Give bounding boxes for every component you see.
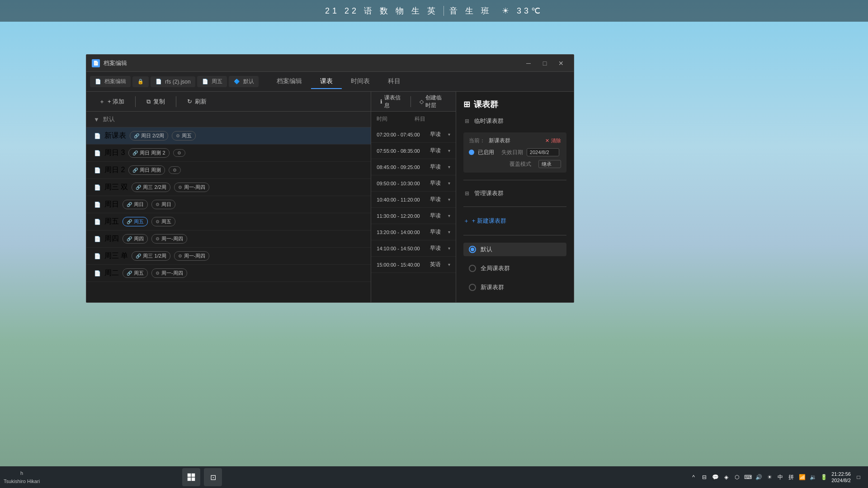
tab-schedule[interactable]: 课表 [311,75,342,89]
list-item[interactable]: 📄 周二 🔗 周五 ⚙ 周一-周四 [86,265,371,282]
radio-default[interactable]: 默认 [463,243,566,256]
item-tag-link[interactable]: 🔗 周日 周测 2 [128,148,169,158]
item-tag-gear[interactable]: ⚙ 周一-周四 [151,268,187,278]
list-item[interactable]: 📄 周三 双 🔗 周三 2/2周 ⚙ 周一-周四 [86,179,371,196]
collapse-icon[interactable]: ▼ [94,116,99,123]
course-group-panel: ⊞ 课表群 ⊞ 临时课表群 当前： 新课表群 ✕ 清除 [456,92,574,302]
tray-app2[interactable]: ◈ [722,473,730,481]
file-tab-lock[interactable]: 🔒 [132,76,149,87]
tag-label: 周五 [182,132,192,139]
time-value: 14:10:00 - 14:50:00 [377,246,426,251]
tab-archive[interactable]: 档案编辑 [268,75,311,89]
item-tag-link[interactable]: 🔗 周日 [123,200,148,209]
mode-select[interactable]: 继承 覆盖 [538,160,561,168]
radio-global[interactable]: 全局课表群 [463,262,566,275]
copy-button[interactable]: ⧉ 复制 [141,95,170,108]
item-tag-gear[interactable]: ⚙ 周五 [151,217,175,226]
item-tag-link[interactable]: 🔗 周日 2/2周 [130,131,168,141]
item-tag-link[interactable]: 🔗 周四 [123,234,148,244]
dropdown-icon[interactable]: ▾ [448,262,450,267]
status-dot [469,150,474,155]
tray-wechat[interactable]: 💬 [711,473,719,481]
schedule-row[interactable]: 11:30:00 - 12:20:00 早读 ▾ [371,208,455,224]
dropdown-icon[interactable]: ▾ [448,164,450,169]
refresh-button[interactable]: ↻ 刷新 [182,95,212,108]
tray-ime-zh[interactable]: 中 [776,473,784,481]
time-header: 时间 [377,115,387,123]
clear-button[interactable]: ✕ 清除 [545,137,561,144]
dropdown-icon[interactable]: ▾ [448,213,450,218]
schedule-row[interactable]: 07:20:00 - 07:45:00 早读 ▾ [371,127,455,143]
tray-network[interactable]: ⊟ [700,473,708,481]
radio-new[interactable]: 新课表群 [463,281,566,294]
item-tag-gear[interactable]: ⚙ [169,166,181,174]
list-item[interactable]: 📄 周日 🔗 周日 ⚙ 周日 [86,196,371,213]
schedule-row[interactable]: 10:40:00 - 11:20:00 早读 ▾ [371,192,455,208]
file-tab-archive[interactable]: 📄 档案编辑 [90,76,131,87]
item-tag-gear[interactable]: ⚙ 周一-周四 [174,183,210,192]
tray-battery[interactable]: 🔋 [820,473,828,481]
list-item[interactable]: 📄 周日 2 🔗 周日 周测 ⚙ [86,162,371,179]
tab-timetable[interactable]: 时间表 [342,75,379,89]
minimize-button[interactable]: ─ [521,58,536,69]
svg-rect-2 [188,478,191,481]
item-tag-gear[interactable]: ⚙ [173,149,185,157]
create-temp-button[interactable]: ◇ 创建临时层 [416,92,450,111]
item-tag-link-highlighted[interactable]: 🔗 周五 [123,217,148,226]
schedule-row[interactable]: 13:20:00 - 14:00:00 早读 ▾ [371,224,455,240]
dropdown-icon[interactable]: ▾ [448,246,450,251]
tray-app3[interactable]: ⬡ [733,473,741,481]
file-tab-zhou5[interactable]: 📄 周五 [197,76,227,87]
item-tag-link[interactable]: 🔗 周三 2/2周 [132,183,170,192]
item-tag-gear[interactable]: ⚙ 周五 [172,131,196,141]
dropdown-icon[interactable]: ▾ [448,230,450,235]
file-tab-default[interactable]: 🔷 默认 [229,76,259,87]
schedule-row[interactable]: 08:45:00 - 09:25:00 早读 ▾ [371,159,455,175]
new-group-button[interactable]: ＋ + 新建课表群 [463,214,566,228]
tray-chevron[interactable]: ^ [689,473,698,481]
refresh-label: 刷新 [195,98,207,106]
add-button[interactable]: ＋ + 添加 [94,95,130,108]
info-label: 课表信息 [384,94,401,109]
tray-brightness[interactable]: ☀ [765,473,774,481]
item-tag-link[interactable]: 🔗 周五 [123,268,148,278]
list-item[interactable]: 📄 新课表 🔗 周日 2/2周 ⚙ 周五 [86,127,371,145]
gear-icon: ⚙ [173,168,177,173]
notification-button[interactable]: □ [854,473,863,481]
close-button[interactable]: ✕ [554,58,568,69]
dropdown-icon[interactable]: ▾ [448,132,450,137]
app-taskbar-button[interactable]: ⊡ [204,468,222,486]
item-tag-link[interactable]: 🔗 周日 周测 [128,165,165,175]
temp-group-item[interactable]: ⊞ 临时课表群 [463,115,566,127]
start-button[interactable] [182,468,200,486]
dropdown-icon[interactable]: ▾ [448,148,450,153]
dropdown-icon[interactable]: ▾ [448,181,450,186]
new-group-label: + 新建课表群 [472,217,506,225]
tray-keyboard[interactable]: ⌨ [744,473,752,481]
item-tag-gear[interactable]: ⚙ 周日 [151,200,175,209]
schedule-row[interactable]: 07:55:00 - 08:35:00 早读 ▾ [371,143,455,159]
tab-subjects[interactable]: 科目 [379,75,410,89]
tray-wifi[interactable]: 📶 [798,473,806,481]
schedule-row[interactable]: 09:50:00 - 10:30:00 早读 ▾ [371,175,455,192]
maximize-button[interactable]: □ [538,58,552,69]
list-item[interactable]: 📄 周四 🔗 周四 ⚙ 周一-周四 [86,230,371,248]
windows-icon [187,473,195,481]
dropdown-icon[interactable]: ▾ [448,197,450,202]
schedule-row[interactable]: 14:10:00 - 14:50:00 早读 ▾ [371,240,455,257]
tray-ime-pinyin[interactable]: 拼 [787,473,795,481]
schedule-info-button[interactable]: ℹ 课表信息 [377,92,405,111]
item-tag-gear[interactable]: ⚙ 周一-周四 [174,251,210,261]
list-item[interactable]: 📄 周五 🔗 周五 ⚙ 周五 [86,213,371,230]
manage-group-item[interactable]: ⊞ 管理课表群 [463,188,566,199]
list-item[interactable]: 📄 周日 3 🔗 周日 周测 2 ⚙ [86,145,371,162]
list-item[interactable]: 📄 周三 单 🔗 周三 1/2周 ⚙ 周一-周四 [86,248,371,265]
file-tab-rfs[interactable]: 📄 rfs (2).json [151,76,195,87]
tray-volume[interactable]: 🔊 [755,473,763,481]
tray-sound2[interactable]: 🔉 [809,473,817,481]
item-tag-gear[interactable]: ⚙ 周一-周四 [151,234,187,244]
expire-date-input[interactable] [527,148,559,156]
schedule-row[interactable]: 15:00:00 - 15:40:00 英语 ▾ [371,257,455,273]
top-bar: 21 22 语 数 物 生 英 音 生 班 ☀ 33℃ [0,0,868,22]
item-tag-link[interactable]: 🔗 周三 1/2周 [132,251,170,261]
